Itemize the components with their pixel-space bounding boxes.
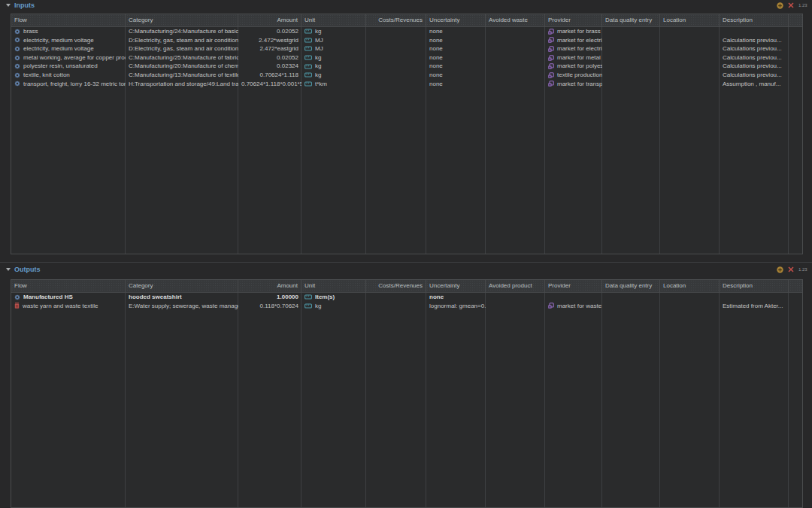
delete-flow-button[interactable] (788, 266, 794, 272)
dq-cell (602, 80, 660, 89)
inputs-table-body: brass C:Manufacturing/24:Manufacture of … (11, 27, 802, 254)
provider-cell: market for electri... (557, 36, 602, 45)
process-icon (548, 303, 554, 309)
dq-cell (602, 71, 660, 80)
amount-cell: 0.02052 (238, 53, 301, 62)
outputs-section-header[interactable]: Outputs (6, 266, 41, 273)
unit-cell: kg (315, 62, 321, 71)
category-cell: C:Manufacturing/24:Manufacture of basic … (126, 27, 238, 36)
location-cell (660, 44, 720, 53)
avoided-cell (486, 71, 545, 80)
product-flow-icon (14, 72, 20, 78)
col-avoided-waste[interactable]: Avoided waste (486, 14, 545, 26)
process-icon (548, 55, 554, 61)
col-category[interactable]: Category (126, 14, 238, 26)
category-cell: C:Manufacturing/25:Manufacture of fabric… (126, 53, 238, 62)
unit-icon (304, 72, 312, 78)
product-flow-icon (14, 294, 20, 300)
category-cell: D:Electricity, gas, steam and air condit… (126, 44, 238, 53)
table-row[interactable]: transport, freight, lorry 16-32 metric t… (11, 80, 802, 89)
process-icon (548, 72, 554, 78)
avoided-cell (486, 44, 545, 53)
table-row[interactable]: polyester resin, unsaturated C:Manufactu… (11, 62, 802, 71)
location-cell (660, 53, 720, 62)
col-category[interactable]: Category (126, 280, 238, 292)
table-row[interactable]: brass C:Manufacturing/24:Manufacture of … (11, 27, 802, 36)
table-row[interactable]: electricity, medium voltage D:Electricit… (11, 36, 802, 45)
unit-cell: t*km (315, 80, 327, 89)
col-data-quality[interactable]: Data quality entry (602, 280, 660, 292)
col-avoided-product[interactable]: Avoided product (486, 280, 545, 292)
provider-cell: market for brass | ... (557, 27, 602, 36)
avoided-cell (486, 53, 545, 62)
amount-cell: 0.02052 (238, 27, 301, 36)
inputs-toolbar: 1.23 (777, 2, 807, 9)
process-icon (548, 63, 554, 69)
unit-icon (304, 303, 312, 309)
outputs-section-title: Outputs (14, 266, 41, 273)
process-icon (548, 81, 554, 87)
description-cell: Calculations previou... (720, 71, 789, 80)
col-costs[interactable]: Costs/Revenues (366, 280, 426, 292)
amount-cell: 0.118*0.70624 (238, 302, 301, 311)
add-flow-button[interactable] (777, 2, 783, 9)
table-row[interactable]: electricity, medium voltage D:Electricit… (11, 44, 802, 53)
table-row[interactable]: textile, knit cotton C:Manufacturing/13:… (11, 71, 802, 80)
add-flow-button[interactable] (777, 266, 783, 273)
process-icon (548, 37, 554, 43)
col-flow[interactable]: Flow (11, 14, 126, 26)
table-row-reference-product[interactable]: Manufactured HS hooded sweatshirt 1.0000… (11, 293, 802, 302)
col-location[interactable]: Location (660, 14, 720, 26)
provider-cell: market for waste ... (557, 302, 602, 311)
table-row[interactable]: waste yarn and waste textile E:Water sup… (11, 302, 802, 311)
flow-name: electricity, medium voltage (23, 36, 94, 45)
unit-icon (304, 38, 312, 43)
dq-cell (602, 53, 660, 62)
provider-cell: market for metal ... (557, 53, 602, 62)
flow-name: metal working, average for copper produc… (23, 53, 126, 62)
col-provider[interactable]: Provider (545, 280, 602, 292)
uncertainty-cell: none (426, 53, 486, 62)
avoided-cell (486, 80, 545, 89)
col-unit[interactable]: Unit (301, 14, 366, 26)
number-format-toggle[interactable]: 1.23 (798, 266, 807, 273)
costs-cell (366, 53, 426, 62)
unit-cell: kg (315, 27, 321, 36)
costs-cell (366, 71, 426, 80)
col-amount[interactable]: Amount (238, 14, 301, 26)
outputs-toolbar: 1.23 (777, 266, 807, 273)
col-description[interactable]: Description (720, 280, 789, 292)
product-flow-icon (14, 63, 20, 69)
category-cell: H:Transportation and storage/49:Land tra… (126, 80, 238, 89)
unit-icon (304, 64, 312, 69)
inputs-table: Flow Category Amount Unit Costs/Revenues… (11, 14, 803, 254)
col-description[interactable]: Description (720, 14, 789, 26)
number-format-toggle[interactable]: 1.23 (798, 2, 807, 9)
flow-name: electricity, medium voltage (23, 44, 94, 53)
uncertainty-cell: none (426, 44, 486, 53)
delete-flow-button[interactable] (788, 2, 794, 8)
col-data-quality[interactable]: Data quality entry (602, 14, 660, 26)
col-uncertainty[interactable]: Uncertainty (426, 280, 486, 292)
location-cell (660, 71, 720, 80)
col-uncertainty[interactable]: Uncertainty (426, 14, 486, 26)
dq-cell (602, 36, 660, 45)
col-costs[interactable]: Costs/Revenues (366, 14, 426, 26)
col-flow[interactable]: Flow (11, 280, 126, 292)
unit-cell: kg (315, 53, 321, 62)
category-cell: D:Electricity, gas, steam and air condit… (126, 36, 238, 45)
provider-cell: textile production... (557, 71, 602, 80)
unit-cell: Item(s) (315, 293, 335, 302)
uncertainty-cell: none (426, 71, 486, 80)
col-provider[interactable]: Provider (545, 14, 602, 26)
col-location[interactable]: Location (660, 280, 720, 292)
product-flow-icon (14, 55, 20, 61)
inputs-section-header[interactable]: Inputs (6, 2, 35, 9)
col-amount[interactable]: Amount (238, 280, 301, 292)
table-row[interactable]: metal working, average for copper produc… (11, 53, 802, 62)
product-flow-icon (14, 46, 20, 52)
dq-cell (602, 62, 660, 71)
unit-icon (304, 46, 312, 51)
product-flow-icon (14, 37, 20, 43)
col-unit[interactable]: Unit (301, 280, 366, 292)
